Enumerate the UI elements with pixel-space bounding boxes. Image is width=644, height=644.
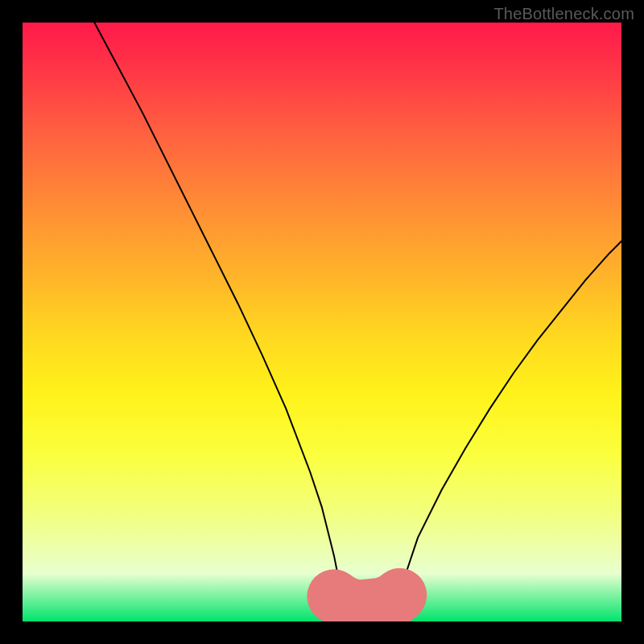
bottom-highlight (334, 595, 400, 606)
chart-container: TheBottleneck.com (0, 0, 644, 644)
curve-svg (23, 23, 621, 621)
main-curve (94, 23, 621, 609)
plot-area (23, 23, 621, 621)
watermark-text: TheBottleneck.com (493, 5, 634, 23)
